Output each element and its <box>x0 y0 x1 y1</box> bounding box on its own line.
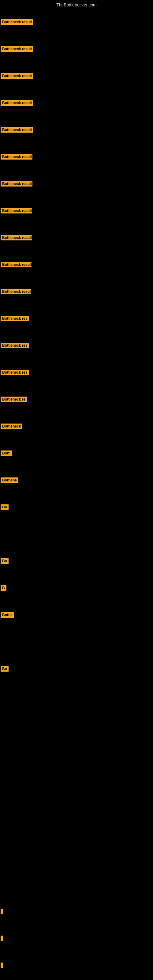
table-row: Bottleneck result <box>0 224 153 251</box>
table-row: Bo <box>0 547 153 574</box>
table-row: Bottleneck result <box>0 116 153 143</box>
bottleneck-label: Bottlene <box>1 477 18 483</box>
bottleneck-label: Bottleneck result <box>1 100 33 106</box>
table-row: Bottleneck result <box>0 62 153 89</box>
bottleneck-label: Bottleneck result <box>1 235 32 240</box>
bottleneck-label: B <box>1 585 6 591</box>
bottleneck-label: Bottleneck result <box>1 127 33 133</box>
table-row: Bottleneck result <box>0 9 153 35</box>
table-row <box>0 871 153 898</box>
table-row: Bo <box>0 655 153 682</box>
table-row: Bottleneck result <box>0 35 153 62</box>
bottleneck-label: Bottleneck result <box>1 19 33 25</box>
bottleneck-label: Bottleneck result <box>1 289 31 294</box>
bottleneck-label: Bottleneck <box>1 423 22 429</box>
bottleneck-label: Bottle <box>1 612 14 618</box>
table-row: Bottleneck result <box>0 143 153 170</box>
table-row <box>0 709 153 736</box>
bottleneck-label <box>1 935 3 941</box>
table-row <box>0 844 153 871</box>
table-row <box>0 790 153 817</box>
bottleneck-label: Bottleneck result <box>1 181 32 186</box>
bottleneck-label: Bottleneck res <box>1 316 29 321</box>
bottleneck-label: Bottleneck result <box>1 154 32 159</box>
table-row: Bottleneck result <box>0 170 153 197</box>
table-row: Bo <box>0 494 153 520</box>
bottleneck-label: Bottl <box>1 450 12 456</box>
table-row <box>0 736 153 763</box>
table-row: Bottleneck result <box>0 89 153 116</box>
table-row: Bottleneck re <box>0 386 153 413</box>
bottleneck-label: Bottleneck res <box>1 343 29 348</box>
bottleneck-label: Bo <box>1 558 9 564</box>
table-row: Bottl <box>0 440 153 467</box>
bottleneck-label <box>1 963 3 968</box>
bottleneck-label: Bottleneck res <box>1 370 29 375</box>
table-row <box>0 952 153 979</box>
bottleneck-label: Bottleneck result <box>1 262 32 267</box>
bottleneck-label: Bo <box>1 504 9 510</box>
table-row: Bottleneck result <box>0 278 153 305</box>
table-row: Bottleneck result <box>0 251 153 278</box>
table-row: Bottleneck res <box>0 332 153 359</box>
bottleneck-label: Bottleneck re <box>1 396 27 402</box>
bottleneck-label: Bottleneck result <box>1 73 33 79</box>
table-row <box>0 628 153 655</box>
table-row: Bottle <box>0 601 153 628</box>
table-row <box>0 763 153 790</box>
table-row: Bottleneck res <box>0 305 153 332</box>
table-row: Bottlene <box>0 467 153 494</box>
table-row: B <box>0 574 153 601</box>
bottleneck-label: Bo <box>1 666 9 671</box>
table-row <box>0 520 153 547</box>
bottleneck-label: Bottleneck result <box>1 208 32 213</box>
rows-container: Bottleneck resultBottleneck resultBottle… <box>0 9 153 979</box>
table-row <box>0 898 153 925</box>
table-row <box>0 682 153 709</box>
table-row: Bottleneck res <box>0 359 153 386</box>
table-row <box>0 925 153 952</box>
site-title: TheBottlenecker.com <box>0 0 153 9</box>
table-row <box>0 817 153 844</box>
table-row: Bottleneck <box>0 413 153 440</box>
table-row: Bottleneck result <box>0 197 153 224</box>
bottleneck-label <box>1 908 3 914</box>
bottleneck-label: Bottleneck result <box>1 46 33 52</box>
